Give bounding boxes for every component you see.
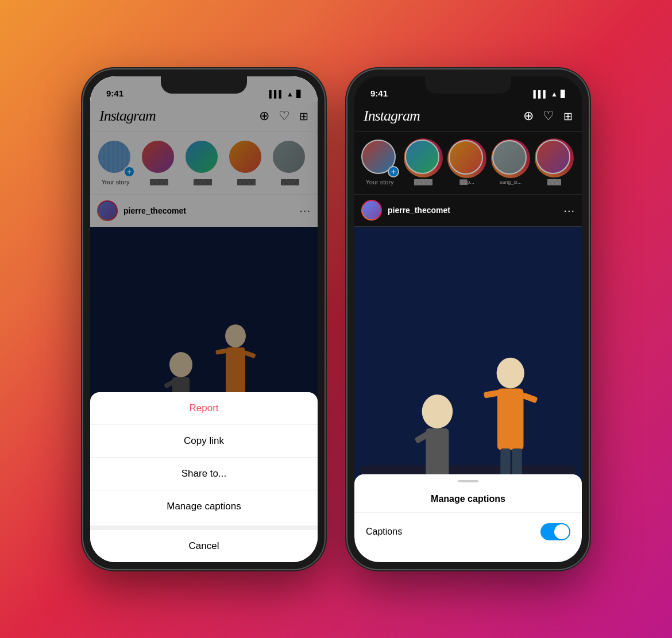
add-icon-2[interactable]: ⊕ bbox=[523, 109, 534, 123]
story-label-3-2: ▓▓p... bbox=[459, 179, 474, 185]
svg-rect-23 bbox=[497, 388, 524, 450]
notch bbox=[161, 76, 247, 94]
phone-2: 9:41 ▌▌▌ ▲ ▊ Instagram ⊕ ♡ ⊞ bbox=[347, 69, 589, 569]
signal-icon-2: ▌▌▌ bbox=[534, 90, 549, 98]
status-time-2: 9:41 bbox=[370, 88, 388, 98]
story-avatar-2-2 bbox=[405, 140, 439, 174]
captions-toggle[interactable] bbox=[540, 523, 570, 540]
story-wrap-2-2 bbox=[405, 140, 442, 176]
sheet-item-cancel[interactable]: Cancel bbox=[90, 525, 318, 562]
status-icons-2: ▌▌▌ ▲ ▊ bbox=[534, 90, 566, 98]
story-wrap-4-2 bbox=[492, 140, 529, 177]
story-wrap-3-2 bbox=[449, 140, 485, 177]
phone-2-screen: 9:41 ▌▌▌ ▲ ▊ Instagram ⊕ ♡ ⊞ bbox=[354, 76, 582, 562]
manage-captions-row: Captions bbox=[354, 513, 582, 551]
story-item-4-2[interactable]: sang_ci... bbox=[492, 140, 529, 185]
phone-1-screen: 9:41 ▌▌▌ ▲ ▊ Instagram ⊕ ♡ ⊞ bbox=[90, 76, 318, 562]
manage-captions-sheet: Manage captions Captions bbox=[354, 474, 582, 562]
story-label-5-2: ▓▓▓ bbox=[547, 179, 561, 185]
captions-label: Captions bbox=[366, 527, 402, 537]
battery-icon-2: ▊ bbox=[561, 90, 566, 98]
your-story-label-2: Your story bbox=[365, 179, 393, 185]
post-avatar-2 bbox=[361, 200, 382, 221]
sheet-item-report[interactable]: Report bbox=[90, 392, 318, 425]
story-label-2-2: ▓▓▓▓ bbox=[414, 179, 432, 185]
manage-captions-title: Manage captions bbox=[354, 489, 582, 513]
story-label-4-2: sang_ci... bbox=[500, 179, 522, 185]
wifi-icon-2: ▲ bbox=[551, 90, 558, 98]
sheet-item-share-to[interactable]: Share to... bbox=[90, 458, 318, 490]
nav-bar-2: Instagram ⊕ ♡ ⊞ bbox=[354, 102, 582, 132]
nav-icons-2: ⊕ ♡ ⊞ bbox=[523, 109, 573, 123]
phone-1: 9:41 ▌▌▌ ▲ ▊ Instagram ⊕ ♡ ⊞ bbox=[83, 69, 325, 569]
story-item-5-2[interactable]: ▓▓▓ bbox=[536, 140, 573, 185]
story-avatar-5-2 bbox=[536, 140, 570, 174]
notch-2 bbox=[425, 76, 511, 94]
toggle-knob bbox=[554, 524, 569, 539]
post-more-2[interactable]: ··· bbox=[563, 204, 575, 217]
bottom-sheet-1: Report Copy link Share to... Manage capt… bbox=[90, 392, 318, 562]
story-item-2-2[interactable]: ▓▓▓▓ bbox=[405, 140, 442, 185]
svg-point-22 bbox=[497, 357, 524, 388]
instagram-logo-2: Instagram bbox=[364, 107, 420, 125]
post-header-2: pierre_thecomet ··· bbox=[354, 195, 582, 227]
svg-point-16 bbox=[422, 395, 453, 428]
heart-icon-2[interactable]: ♡ bbox=[543, 109, 554, 123]
story-avatar-wrap-your-2: + bbox=[361, 140, 398, 176]
sheet-handle-2 bbox=[458, 480, 478, 482]
stories-bar-2: + Your story ▓▓▓▓ bbox=[354, 132, 582, 195]
story-item-3-2[interactable]: ▓▓p... bbox=[449, 140, 485, 185]
sheet-item-manage-captions-1[interactable]: Manage captions bbox=[90, 490, 318, 523]
messenger-icon-2[interactable]: ⊞ bbox=[563, 110, 573, 123]
story-wrap-5-2 bbox=[536, 140, 573, 176]
story-avatar-3-2 bbox=[449, 140, 483, 175]
story-add-btn-2[interactable]: + bbox=[388, 166, 399, 177]
story-avatar-4-2 bbox=[492, 140, 527, 175]
story-your-2[interactable]: + Your story bbox=[361, 140, 398, 185]
post-username-2[interactable]: pierre_thecomet bbox=[388, 206, 558, 215]
sheet-item-copy-link[interactable]: Copy link bbox=[90, 425, 318, 458]
